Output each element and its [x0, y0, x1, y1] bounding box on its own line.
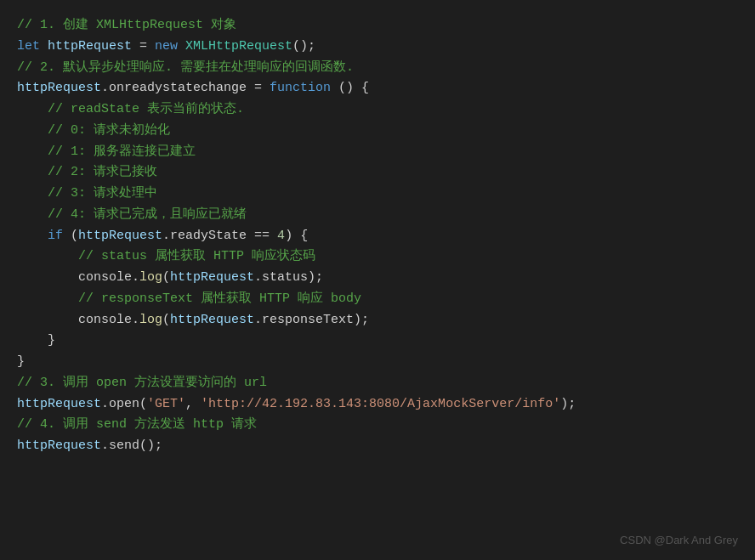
code-line: // 2: 请求已接收 — [17, 162, 738, 184]
code-token: } — [17, 333, 55, 348]
code-token: .responseText); — [254, 313, 369, 327]
code-line: let httpRequest = new XMLHttpRequest(); — [17, 37, 738, 58]
code-token: console. — [17, 270, 139, 285]
code-token: ( — [162, 270, 170, 285]
code-token: .send(); — [101, 438, 162, 453]
code-token: // 3. 调用 open 方法设置要访问的 url — [17, 376, 267, 390]
code-token: console. — [17, 313, 139, 327]
code-token: // status 属性获取 HTTP 响应状态码 — [17, 249, 315, 263]
code-line: // responseText 属性获取 HTTP 响应 body — [17, 289, 738, 310]
code-line: // 2. 默认异步处理响应. 需要挂在处理响应的回调函数. — [17, 58, 738, 79]
code-token: // 4. 调用 send 方法发送 http 请求 — [17, 417, 257, 432]
code-token — [17, 229, 48, 243]
code-token: 'http://42.192.83.143:8080/AjaxMockServe… — [201, 397, 560, 411]
code-line: httpRequest.send(); — [17, 436, 738, 457]
code-token: // 3: 请求处理中 — [17, 186, 157, 201]
code-token: if — [48, 229, 63, 243]
code-token: 4 — [277, 229, 285, 243]
code-token: // 4: 请求已完成，且响应已就绪 — [17, 207, 247, 222]
code-token: httpRequest — [78, 229, 162, 243]
code-line: // readState 表示当前的状态. — [17, 99, 738, 121]
code-token: // responseText 属性获取 HTTP 响应 body — [17, 291, 361, 306]
code-token: // 1. 创建 XMLHttpRequest 对象 — [17, 18, 236, 32]
code-line: // 1. 创建 XMLHttpRequest 对象 — [17, 15, 738, 37]
code-block: // 1. 创建 XMLHttpRequest 对象let httpReques… — [17, 15, 738, 457]
code-line: httpRequest.onreadystatechange = functio… — [17, 78, 738, 99]
code-token: = — [132, 39, 155, 54]
code-token: // 0: 请求未初始化 — [17, 123, 170, 138]
code-token: // 2: 请求已接收 — [17, 165, 157, 179]
code-token: .open( — [101, 397, 147, 411]
code-token: 'GET' — [147, 397, 185, 411]
code-token: // readState 表示当前的状态. — [17, 102, 244, 116]
code-line: console.log(httpRequest.responseText); — [17, 310, 738, 331]
code-token: let — [17, 39, 48, 54]
code-container: // 1. 创建 XMLHttpRequest 对象let httpReques… — [0, 0, 755, 560]
code-token: ) { — [285, 229, 308, 243]
code-line: } — [17, 352, 738, 373]
code-token: .status); — [254, 270, 323, 285]
code-token: (); — [292, 39, 315, 54]
code-line: // 1: 服务器连接已建立 — [17, 142, 738, 163]
code-token: log — [139, 270, 162, 285]
code-token: httpRequest — [17, 438, 101, 453]
code-line: // status 属性获取 HTTP 响应状态码 — [17, 246, 738, 268]
code-token: , — [185, 397, 201, 411]
code-token: log — [139, 313, 162, 327]
code-line: httpRequest.open('GET', 'http://42.192.8… — [17, 394, 738, 416]
code-token: .onreadystatechange = — [101, 81, 270, 95]
code-token: httpRequest — [170, 270, 254, 285]
code-token: function — [270, 81, 331, 95]
code-token: // 2. 默认异步处理响应. 需要挂在处理响应的回调函数. — [17, 60, 354, 75]
code-token: httpRequest — [17, 81, 101, 95]
code-line: // 4: 请求已完成，且响应已就绪 — [17, 205, 738, 226]
watermark: CSDN @Dark And Grey — [620, 532, 738, 550]
code-token: // 1: 服务器连接已建立 — [17, 144, 196, 159]
code-token: } — [17, 354, 25, 369]
code-line: // 0: 请求未初始化 — [17, 121, 738, 142]
code-token: httpRequest — [170, 313, 254, 327]
code-line: if (httpRequest.readyState == 4) { — [17, 226, 738, 247]
code-token: () { — [331, 81, 369, 95]
code-token: ( — [162, 313, 170, 327]
code-line: console.log(httpRequest.status); — [17, 268, 738, 289]
code-token: ); — [560, 397, 576, 411]
code-line: // 3. 调用 open 方法设置要访问的 url — [17, 373, 738, 394]
code-token: httpRequest — [48, 39, 132, 54]
code-line: } — [17, 331, 738, 352]
code-token: httpRequest — [17, 397, 101, 411]
code-token: ( — [63, 229, 78, 243]
code-line: // 3: 请求处理中 — [17, 184, 738, 205]
code-token: new — [155, 39, 185, 54]
code-token: XMLHttpRequest — [185, 39, 292, 54]
code-line: // 4. 调用 send 方法发送 http 请求 — [17, 415, 738, 436]
code-token: .readyState == — [162, 229, 277, 243]
